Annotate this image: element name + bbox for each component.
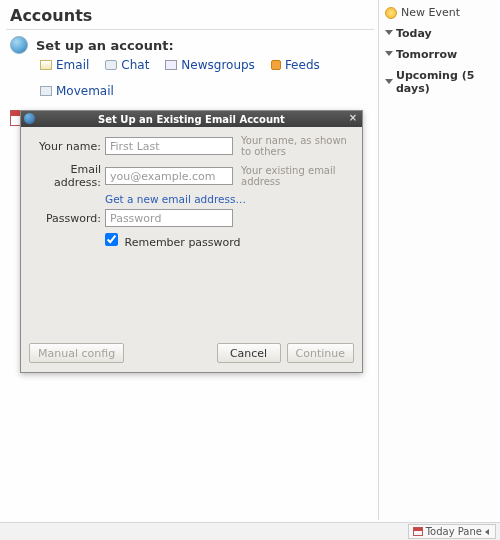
movemail-link-label: Movemail <box>56 84 114 98</box>
mail-icon <box>40 60 52 70</box>
newsgroups-link[interactable]: Newsgroups <box>165 58 255 72</box>
email-input[interactable] <box>105 167 233 185</box>
dialog-titlebar[interactable]: Set Up an Existing Email Account × <box>21 111 362 127</box>
remember-password-label[interactable]: Remember password <box>105 233 352 249</box>
globe-icon <box>10 36 28 54</box>
manual-config-button: Manual config <box>29 343 124 363</box>
dialog-title: Set Up an Existing Email Account <box>98 114 285 125</box>
name-label: Your name: <box>31 140 101 153</box>
feeds-link[interactable]: Feeds <box>271 58 320 72</box>
movemail-icon <box>40 86 52 96</box>
tomorrow-section[interactable]: Tomorrow <box>379 44 498 65</box>
email-link[interactable]: Email <box>40 58 89 72</box>
chevron-down-icon <box>385 30 392 37</box>
password-input[interactable] <box>105 209 233 227</box>
tomorrow-label: Tomorrow <box>396 48 457 61</box>
chevron-down-icon <box>385 79 392 86</box>
today-label: Today <box>396 27 432 40</box>
today-pane-label: Today Pane <box>426 526 482 537</box>
new-event-row[interactable]: New Event <box>379 2 498 23</box>
email-label: Email address: <box>31 163 101 189</box>
email-setup-dialog: Set Up an Existing Email Account × Your … <box>20 110 363 373</box>
new-event-icon <box>385 7 397 19</box>
calendar-mini-icon <box>413 527 423 536</box>
feeds-icon <box>271 60 281 70</box>
get-new-email-link[interactable]: Get a new email address… <box>105 193 352 205</box>
upcoming-section[interactable]: Upcoming (5 days) <box>379 65 498 99</box>
accounts-header: Accounts <box>6 0 374 30</box>
email-hint: Your existing email address <box>237 165 352 187</box>
account-links: Email Chat Newsgroups Feeds Movemail <box>6 54 374 100</box>
movemail-link[interactable]: Movemail <box>40 84 114 98</box>
status-bar: Today Pane <box>0 522 500 540</box>
remember-row: Remember password <box>31 233 352 249</box>
dialog-button-bar: Manual config Cancel Continue <box>21 340 362 372</box>
name-hint: Your name, as shown to others <box>237 135 352 157</box>
remember-password-checkbox[interactable] <box>105 233 118 246</box>
chat-link-label: Chat <box>121 58 149 72</box>
chevron-left-icon <box>485 529 491 535</box>
password-label: Password: <box>31 212 101 225</box>
app-icon <box>24 113 35 124</box>
feeds-link-label: Feeds <box>285 58 320 72</box>
today-pane-toggle[interactable]: Today Pane <box>408 524 496 539</box>
password-row: Password: <box>31 209 352 227</box>
chat-icon <box>105 60 117 70</box>
setup-account-label: Set up an account: <box>36 38 174 53</box>
name-row: Your name: Your name, as shown to others <box>31 135 352 157</box>
remember-password-text: Remember password <box>125 236 241 249</box>
chevron-down-icon <box>385 51 392 58</box>
name-input[interactable] <box>105 137 233 155</box>
newsgroups-icon <box>165 60 177 70</box>
get-new-email-row: Get a new email address… <box>31 193 352 205</box>
newsgroups-link-label: Newsgroups <box>181 58 255 72</box>
dialog-form: Your name: Your name, as shown to others… <box>21 127 362 340</box>
chat-link[interactable]: Chat <box>105 58 149 72</box>
today-pane: New Event Today Tomorrow Upcoming (5 day… <box>378 0 498 520</box>
email-row: Email address: Your existing email addre… <box>31 163 352 189</box>
upcoming-label: Upcoming (5 days) <box>396 69 492 95</box>
continue-button: Continue <box>287 343 354 363</box>
email-link-label: Email <box>56 58 89 72</box>
close-icon[interactable]: × <box>347 112 359 124</box>
setup-account-row: Set up an account: <box>6 30 374 54</box>
new-event-label: New Event <box>401 6 460 19</box>
today-section[interactable]: Today <box>379 23 498 44</box>
cancel-button[interactable]: Cancel <box>217 343 281 363</box>
